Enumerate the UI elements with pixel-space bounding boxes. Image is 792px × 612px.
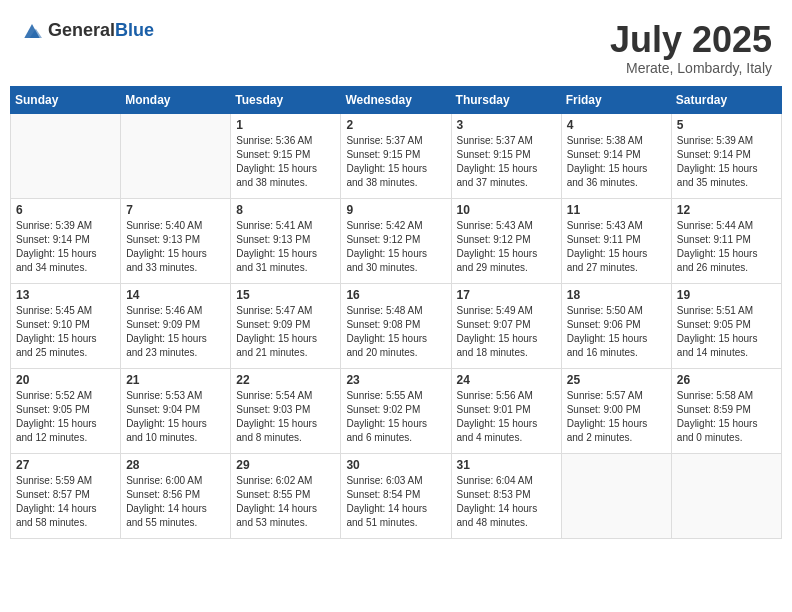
day-info: Sunrise: 5:57 AM Sunset: 9:00 PM Dayligh… bbox=[567, 389, 666, 445]
day-info: Sunrise: 5:43 AM Sunset: 9:11 PM Dayligh… bbox=[567, 219, 666, 275]
calendar-cell: 31Sunrise: 6:04 AM Sunset: 8:53 PM Dayli… bbox=[451, 453, 561, 538]
calendar-cell: 21Sunrise: 5:53 AM Sunset: 9:04 PM Dayli… bbox=[121, 368, 231, 453]
day-info: Sunrise: 5:46 AM Sunset: 9:09 PM Dayligh… bbox=[126, 304, 225, 360]
calendar-cell: 18Sunrise: 5:50 AM Sunset: 9:06 PM Dayli… bbox=[561, 283, 671, 368]
day-number: 14 bbox=[126, 288, 225, 302]
day-number: 7 bbox=[126, 203, 225, 217]
logo-icon bbox=[20, 21, 44, 41]
weekday-saturday: Saturday bbox=[671, 86, 781, 113]
calendar-cell: 19Sunrise: 5:51 AM Sunset: 9:05 PM Dayli… bbox=[671, 283, 781, 368]
day-number: 8 bbox=[236, 203, 335, 217]
day-info: Sunrise: 5:58 AM Sunset: 8:59 PM Dayligh… bbox=[677, 389, 776, 445]
day-number: 3 bbox=[457, 118, 556, 132]
calendar-cell: 24Sunrise: 5:56 AM Sunset: 9:01 PM Dayli… bbox=[451, 368, 561, 453]
weekday-sunday: Sunday bbox=[11, 86, 121, 113]
day-info: Sunrise: 5:51 AM Sunset: 9:05 PM Dayligh… bbox=[677, 304, 776, 360]
calendar-cell: 2Sunrise: 5:37 AM Sunset: 9:15 PM Daylig… bbox=[341, 113, 451, 198]
calendar-cell: 28Sunrise: 6:00 AM Sunset: 8:56 PM Dayli… bbox=[121, 453, 231, 538]
day-number: 28 bbox=[126, 458, 225, 472]
day-info: Sunrise: 5:42 AM Sunset: 9:12 PM Dayligh… bbox=[346, 219, 445, 275]
day-number: 22 bbox=[236, 373, 335, 387]
day-number: 17 bbox=[457, 288, 556, 302]
day-number: 12 bbox=[677, 203, 776, 217]
day-info: Sunrise: 5:40 AM Sunset: 9:13 PM Dayligh… bbox=[126, 219, 225, 275]
calendar-cell: 6Sunrise: 5:39 AM Sunset: 9:14 PM Daylig… bbox=[11, 198, 121, 283]
logo-text: GeneralBlue bbox=[48, 20, 154, 41]
weekday-header-row: SundayMondayTuesdayWednesdayThursdayFrid… bbox=[11, 86, 782, 113]
calendar-cell bbox=[11, 113, 121, 198]
day-info: Sunrise: 5:39 AM Sunset: 9:14 PM Dayligh… bbox=[16, 219, 115, 275]
day-info: Sunrise: 6:02 AM Sunset: 8:55 PM Dayligh… bbox=[236, 474, 335, 530]
week-row-4: 20Sunrise: 5:52 AM Sunset: 9:05 PM Dayli… bbox=[11, 368, 782, 453]
day-info: Sunrise: 5:53 AM Sunset: 9:04 PM Dayligh… bbox=[126, 389, 225, 445]
day-number: 10 bbox=[457, 203, 556, 217]
day-number: 5 bbox=[677, 118, 776, 132]
day-number: 16 bbox=[346, 288, 445, 302]
day-info: Sunrise: 5:41 AM Sunset: 9:13 PM Dayligh… bbox=[236, 219, 335, 275]
calendar-cell bbox=[121, 113, 231, 198]
day-number: 31 bbox=[457, 458, 556, 472]
calendar-cell bbox=[671, 453, 781, 538]
calendar-cell: 22Sunrise: 5:54 AM Sunset: 9:03 PM Dayli… bbox=[231, 368, 341, 453]
month-title: July 2025 bbox=[610, 20, 772, 60]
calendar-cell: 27Sunrise: 5:59 AM Sunset: 8:57 PM Dayli… bbox=[11, 453, 121, 538]
day-number: 6 bbox=[16, 203, 115, 217]
day-number: 4 bbox=[567, 118, 666, 132]
calendar-cell: 1Sunrise: 5:36 AM Sunset: 9:15 PM Daylig… bbox=[231, 113, 341, 198]
day-info: Sunrise: 5:37 AM Sunset: 9:15 PM Dayligh… bbox=[346, 134, 445, 190]
calendar-table: SundayMondayTuesdayWednesdayThursdayFrid… bbox=[10, 86, 782, 539]
weekday-thursday: Thursday bbox=[451, 86, 561, 113]
calendar-cell: 16Sunrise: 5:48 AM Sunset: 9:08 PM Dayli… bbox=[341, 283, 451, 368]
calendar-cell: 7Sunrise: 5:40 AM Sunset: 9:13 PM Daylig… bbox=[121, 198, 231, 283]
day-info: Sunrise: 6:00 AM Sunset: 8:56 PM Dayligh… bbox=[126, 474, 225, 530]
day-number: 30 bbox=[346, 458, 445, 472]
location-title: Merate, Lombardy, Italy bbox=[610, 60, 772, 76]
day-number: 25 bbox=[567, 373, 666, 387]
day-number: 19 bbox=[677, 288, 776, 302]
weekday-tuesday: Tuesday bbox=[231, 86, 341, 113]
day-number: 27 bbox=[16, 458, 115, 472]
calendar-cell: 5Sunrise: 5:39 AM Sunset: 9:14 PM Daylig… bbox=[671, 113, 781, 198]
calendar-cell: 3Sunrise: 5:37 AM Sunset: 9:15 PM Daylig… bbox=[451, 113, 561, 198]
day-info: Sunrise: 5:50 AM Sunset: 9:06 PM Dayligh… bbox=[567, 304, 666, 360]
calendar-cell: 13Sunrise: 5:45 AM Sunset: 9:10 PM Dayli… bbox=[11, 283, 121, 368]
day-number: 18 bbox=[567, 288, 666, 302]
day-info: Sunrise: 5:36 AM Sunset: 9:15 PM Dayligh… bbox=[236, 134, 335, 190]
logo-general: General bbox=[48, 20, 115, 40]
day-info: Sunrise: 5:43 AM Sunset: 9:12 PM Dayligh… bbox=[457, 219, 556, 275]
day-info: Sunrise: 5:55 AM Sunset: 9:02 PM Dayligh… bbox=[346, 389, 445, 445]
weekday-wednesday: Wednesday bbox=[341, 86, 451, 113]
calendar-cell: 15Sunrise: 5:47 AM Sunset: 9:09 PM Dayli… bbox=[231, 283, 341, 368]
calendar-cell: 30Sunrise: 6:03 AM Sunset: 8:54 PM Dayli… bbox=[341, 453, 451, 538]
day-number: 24 bbox=[457, 373, 556, 387]
day-info: Sunrise: 5:44 AM Sunset: 9:11 PM Dayligh… bbox=[677, 219, 776, 275]
weekday-monday: Monday bbox=[121, 86, 231, 113]
calendar-cell: 29Sunrise: 6:02 AM Sunset: 8:55 PM Dayli… bbox=[231, 453, 341, 538]
calendar-cell: 20Sunrise: 5:52 AM Sunset: 9:05 PM Dayli… bbox=[11, 368, 121, 453]
day-number: 11 bbox=[567, 203, 666, 217]
day-number: 9 bbox=[346, 203, 445, 217]
week-row-2: 6Sunrise: 5:39 AM Sunset: 9:14 PM Daylig… bbox=[11, 198, 782, 283]
weekday-friday: Friday bbox=[561, 86, 671, 113]
calendar-cell: 8Sunrise: 5:41 AM Sunset: 9:13 PM Daylig… bbox=[231, 198, 341, 283]
calendar-cell: 23Sunrise: 5:55 AM Sunset: 9:02 PM Dayli… bbox=[341, 368, 451, 453]
day-number: 29 bbox=[236, 458, 335, 472]
day-number: 15 bbox=[236, 288, 335, 302]
day-info: Sunrise: 5:38 AM Sunset: 9:14 PM Dayligh… bbox=[567, 134, 666, 190]
calendar-cell: 12Sunrise: 5:44 AM Sunset: 9:11 PM Dayli… bbox=[671, 198, 781, 283]
day-info: Sunrise: 5:47 AM Sunset: 9:09 PM Dayligh… bbox=[236, 304, 335, 360]
calendar-cell: 25Sunrise: 5:57 AM Sunset: 9:00 PM Dayli… bbox=[561, 368, 671, 453]
day-info: Sunrise: 5:45 AM Sunset: 9:10 PM Dayligh… bbox=[16, 304, 115, 360]
day-info: Sunrise: 5:54 AM Sunset: 9:03 PM Dayligh… bbox=[236, 389, 335, 445]
logo: GeneralBlue bbox=[20, 20, 154, 41]
calendar-cell bbox=[561, 453, 671, 538]
day-info: Sunrise: 5:39 AM Sunset: 9:14 PM Dayligh… bbox=[677, 134, 776, 190]
day-number: 2 bbox=[346, 118, 445, 132]
day-info: Sunrise: 5:49 AM Sunset: 9:07 PM Dayligh… bbox=[457, 304, 556, 360]
page-header: GeneralBlue July 2025 Merate, Lombardy, … bbox=[10, 10, 782, 81]
day-info: Sunrise: 5:59 AM Sunset: 8:57 PM Dayligh… bbox=[16, 474, 115, 530]
week-row-5: 27Sunrise: 5:59 AM Sunset: 8:57 PM Dayli… bbox=[11, 453, 782, 538]
day-info: Sunrise: 5:37 AM Sunset: 9:15 PM Dayligh… bbox=[457, 134, 556, 190]
calendar-cell: 10Sunrise: 5:43 AM Sunset: 9:12 PM Dayli… bbox=[451, 198, 561, 283]
day-info: Sunrise: 5:52 AM Sunset: 9:05 PM Dayligh… bbox=[16, 389, 115, 445]
